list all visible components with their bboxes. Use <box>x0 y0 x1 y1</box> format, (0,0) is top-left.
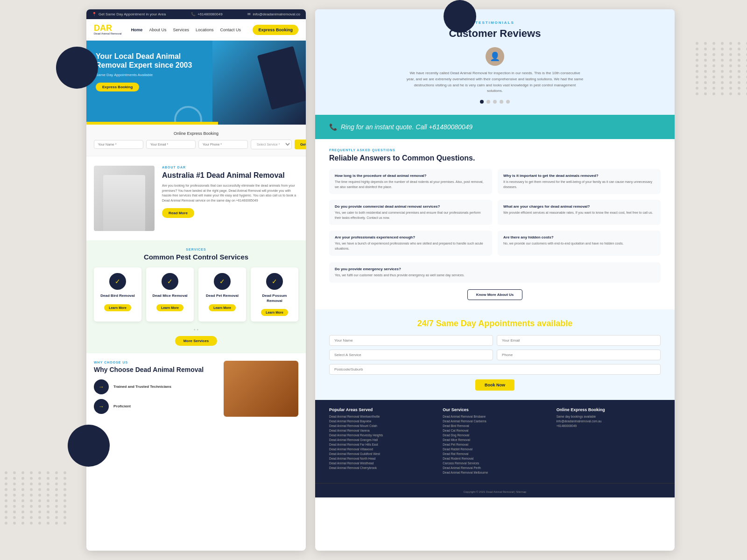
bg-dots-left: for(let i=0;i<80;i++) document.write('<s… <box>0 467 56 560</box>
footer-area-link-5[interactable]: Dead Animal Removal Revesby Heights <box>329 434 433 437</box>
footer: Popular Areas Served Dead Animal Removal… <box>315 400 675 483</box>
review-dot-2[interactable] <box>486 100 490 104</box>
service-mice-button[interactable]: Learn More <box>156 304 183 311</box>
why-arrow-icon-1: → <box>94 379 109 394</box>
testimonials-label: TESTIMONIALS <box>329 21 661 25</box>
name-input[interactable] <box>94 140 143 149</box>
footer-area-link-11[interactable]: Dead Animal Removal Westhead <box>329 462 433 465</box>
email-input[interactable] <box>146 140 196 149</box>
footer-service-link-8[interactable]: Dead Rabbit Removal <box>443 448 547 451</box>
service-pet-button[interactable]: Learn More <box>209 304 236 311</box>
footer-copyright: Copyright © 2021 Dead Animal Removal | S… <box>464 490 527 493</box>
footer-service-link-10[interactable]: Dead Rodent Removal <box>443 457 547 460</box>
booking-form: Online Express Booking Select Service * … <box>86 125 306 156</box>
service-select[interactable]: Select Service * <box>251 140 292 149</box>
service-card-possum: ✓ Dead Possum Removal Learn More <box>251 267 298 322</box>
footer-service-link-9[interactable]: Dead Rat Removal <box>443 452 547 455</box>
footer-area-link-12[interactable]: Dead Animal Removal Cherrybrook <box>329 466 433 469</box>
know-more-button[interactable]: Know More About Us <box>467 289 523 300</box>
read-more-button[interactable]: Read More <box>162 208 194 218</box>
footer-area-link-9[interactable]: Dead Animal Removal Guildford West <box>329 452 433 455</box>
book-now-button[interactable]: Book Now <box>475 379 514 391</box>
more-services-button[interactable]: More Services <box>175 336 217 346</box>
footer-area-link-1[interactable]: Dead Animal Removal Wentworthville <box>329 415 433 418</box>
nav-link-home[interactable]: Home <box>131 28 142 32</box>
nav-links: Home About Us Services Locations Contact… <box>131 28 253 32</box>
nav-link-about[interactable]: About Us <box>149 28 166 32</box>
footer-area-link-3[interactable]: Dead Animal Removal Mount Colah <box>329 424 433 427</box>
express-booking-nav-button[interactable]: Express Booking <box>253 25 298 35</box>
why-image <box>224 361 298 417</box>
faq-a-2: It is necessary to get them removed for … <box>503 180 655 189</box>
footer-area-link-7[interactable]: Dead Animal Removal Far Hills East <box>329 443 433 446</box>
about-text: Are you looking for professionals that c… <box>162 183 298 203</box>
footer-contact-email[interactable]: info@deadanimalremoval.com.au <box>557 420 661 423</box>
footer-contact-phone[interactable]: +61480000049 <box>557 424 661 427</box>
services-grid: ✓ Dead Bird Removal Learn More ✓ Dead Mi… <box>94 267 298 322</box>
nav-link-locations[interactable]: Locations <box>196 28 214 32</box>
why-arrow-icon-2: → <box>94 399 109 414</box>
footer-area-link-6[interactable]: Dead Animal Removal Granges Hall <box>329 438 433 441</box>
hero-express-booking-button[interactable]: Express Booking <box>96 83 139 91</box>
footer-area-link-10[interactable]: Dead Animal Removal North Head <box>329 457 433 460</box>
review-dot-5[interactable] <box>506 100 510 104</box>
why-choose-section: WHY CHOOSE US Why Choose Dead Animal Rem… <box>86 353 306 426</box>
cta-bar: 📞 Ring for an instant quote. Call +61480… <box>315 115 675 139</box>
footer-areas-title: Popular Areas Served <box>329 407 433 412</box>
right-panel: TESTIMONIALS Customer Reviews 👤 We have … <box>315 9 675 551</box>
footer-service-link-4[interactable]: Dead Cat Removal <box>443 429 547 432</box>
service-possum-button[interactable]: Learn More <box>261 309 288 316</box>
phone-input[interactable] <box>198 140 248 149</box>
footer-area-link-2[interactable]: Dead Animal Removal Bayview <box>329 420 433 423</box>
appt-name-input[interactable] <box>329 335 493 346</box>
faq-item-3: Do you provide commercial dead animal re… <box>329 200 492 225</box>
address-item: 📍 Get Same Day Appointment in your Area <box>92 12 166 16</box>
service-mice-icon: ✓ <box>162 273 178 290</box>
get-started-button[interactable]: Get Started <box>295 140 306 149</box>
hero-arm-illustration <box>257 46 306 110</box>
appt-title-suffix: available <box>535 319 572 328</box>
footer-service-link-7[interactable]: Dead Pet Removal <box>443 443 547 446</box>
appt-phone-input[interactable] <box>497 350 661 360</box>
footer-service-link-3[interactable]: Dead Bird Removal <box>443 424 547 427</box>
appt-service-input[interactable] <box>329 350 493 360</box>
hero-yellow-bar <box>86 122 218 125</box>
service-pet-icon: ✓ <box>214 273 231 290</box>
decorative-circle-3 <box>444 0 476 33</box>
footer-service-link-11[interactable]: Carcass Removal Services <box>443 462 547 465</box>
footer-services-title: Our Services <box>443 407 547 412</box>
review-dot-3[interactable] <box>493 100 497 104</box>
service-bird-button[interactable]: Learn More <box>104 304 131 311</box>
review-dot-1[interactable] <box>480 100 484 104</box>
review-dot-4[interactable] <box>500 100 503 104</box>
footer-service-link-5[interactable]: Dead Dog Removal <box>443 434 547 437</box>
about-image <box>94 166 155 231</box>
service-card-mice: ✓ Dead Mice Removal Learn More <box>146 267 194 322</box>
faq-q-4: What are your charges for dead animal re… <box>503 204 655 209</box>
footer-service-link-2[interactable]: Dead Animal Removal Canberra <box>443 420 547 423</box>
faq-a-4: We provide efficient services at reasona… <box>503 210 655 216</box>
service-mice-name: Dead Mice Removal <box>150 294 190 298</box>
why-item-1: → Trained and Trusted Technicians <box>94 379 216 394</box>
booking-form-title: Online Express Booking <box>94 131 298 136</box>
appt-postcode-input[interactable] <box>329 364 661 375</box>
nav-link-contact[interactable]: Contact Us <box>220 28 241 32</box>
footer-area-link-4[interactable]: Dead Animal Removal Varena <box>329 429 433 432</box>
footer-service-link-6[interactable]: Dead Mice Removal <box>443 438 547 441</box>
faq-item-4: What are your charges for dead animal re… <box>498 200 661 225</box>
about-person-illustration <box>103 175 145 231</box>
services-section: SERVICES Common Pest Control Services ✓ … <box>86 240 306 353</box>
appt-email-input[interactable] <box>497 335 661 346</box>
faq-item-5: Are your professionals experienced enoug… <box>329 231 492 256</box>
nav-link-services[interactable]: Services <box>173 28 189 32</box>
footer-service-link-13[interactable]: Dead Animal Removal Melbourne <box>443 471 547 474</box>
about-title: Australia #1 Dead Animal Removal <box>162 171 298 180</box>
footer-service-link-12[interactable]: Dead Animal Removal Perth <box>443 466 547 469</box>
why-item-1-text: Trained and Trusted Technicians <box>113 385 171 389</box>
footer-area-link-8[interactable]: Dead Animal Removal Villawood <box>329 448 433 451</box>
decorative-circle-1 <box>56 47 98 89</box>
hero-image <box>212 41 306 125</box>
service-bird-name: Dead Bird Removal <box>98 294 138 298</box>
faq-item-1: How long is the procedure of dead animal… <box>329 169 492 194</box>
footer-service-link-1[interactable]: Dead Animal Removal Brisbane <box>443 415 547 418</box>
